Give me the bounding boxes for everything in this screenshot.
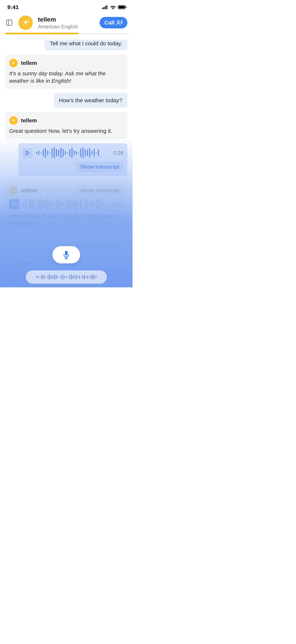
- message-row-user: Tell me what I could do today.: [5, 42, 127, 50]
- show-transcript-button[interactable]: Show transcript: [76, 162, 123, 172]
- bot-name: tellem: [38, 16, 94, 23]
- waveform: [36, 147, 108, 158]
- user-audio-message[interactable]: 0:26 Show transcript: [18, 143, 127, 176]
- header-divider: [0, 38, 133, 38]
- bot-sender-name: tellem: [17, 260, 33, 267]
- user-message[interactable]: Tell me what I could do today.: [45, 40, 127, 50]
- status-icons: [102, 5, 127, 9]
- title-block: tellem American English: [38, 16, 94, 30]
- waveform: [23, 198, 108, 210]
- bot-message-text: Great question! Now, let's try answering…: [9, 127, 123, 135]
- sparkle-icon: [21, 18, 30, 27]
- bot-sender-name: tellem: [21, 60, 37, 66]
- svg-rect-0: [102, 8, 103, 9]
- svg-rect-6: [119, 6, 125, 8]
- svg-rect-1: [103, 7, 104, 9]
- bot-question-text: What did the cashier said about the paym…: [9, 212, 123, 228]
- battery-icon: [118, 5, 127, 9]
- play-icon: [12, 202, 16, 206]
- bot-avatar-small: [5, 259, 14, 268]
- header: tellem American English Call: [0, 13, 133, 33]
- bot-avatar-small: [9, 186, 18, 195]
- message-row-user: How's the weather today?: [5, 93, 127, 108]
- svg-point-4: [112, 8, 113, 9]
- bot-avatar-small: [9, 116, 18, 125]
- play-icon: [25, 150, 30, 155]
- microphone-icon: [63, 250, 70, 259]
- wifi-icon: [110, 5, 116, 9]
- bot-message-header: tellem: [9, 116, 123, 125]
- bot-sender-name: tellem: [21, 117, 37, 124]
- cellular-icon: [102, 5, 108, 9]
- status-time: 9:41: [7, 4, 19, 10]
- sparkle-icon: [11, 118, 16, 123]
- play-button[interactable]: [9, 199, 19, 209]
- call-label: Call: [104, 20, 114, 26]
- panel-icon: [6, 19, 12, 26]
- bot-message-text: It's a sunny day today. Ask me what the …: [9, 70, 123, 85]
- svg-rect-7: [126, 6, 126, 8]
- sparkle-icon: [11, 188, 16, 193]
- sparkle-icon: [11, 60, 16, 66]
- bot-message-header: tellem: [9, 59, 123, 67]
- recording-waveform-pill[interactable]: [26, 270, 107, 284]
- play-button[interactable]: [22, 148, 32, 158]
- status-bar: 9:41: [0, 0, 133, 13]
- progress-bar: [5, 33, 127, 34]
- sparkle-icon: [7, 261, 12, 266]
- progress-fill: [5, 33, 78, 34]
- bot-language: American English: [38, 24, 94, 30]
- audio-duration: 0:32: [113, 201, 123, 207]
- microphone-button[interactable]: [52, 246, 80, 264]
- call-button[interactable]: Call: [100, 17, 127, 28]
- show-transcript-button[interactable]: Show transcript: [76, 185, 123, 196]
- bot-audio-message[interactable]: tellem Show transcript 0:32 What did the…: [5, 181, 127, 232]
- audio-duration: 0:26: [113, 150, 123, 156]
- svg-rect-2: [105, 6, 106, 9]
- bot-message-card[interactable]: tellem Great question! Now, let's try an…: [5, 112, 127, 139]
- user-message[interactable]: How's the weather today?: [54, 93, 127, 108]
- svg-point-10: [117, 21, 119, 23]
- svg-rect-8: [6, 20, 12, 26]
- bot-avatar-small: [9, 59, 18, 67]
- svg-rect-3: [106, 5, 107, 9]
- sidebar-toggle-button[interactable]: [5, 18, 13, 27]
- svg-rect-11: [65, 251, 67, 256]
- person-voice-icon: [116, 20, 123, 26]
- bot-avatar: [18, 16, 33, 30]
- bot-sender-name: tellem: [21, 187, 37, 194]
- bot-message-card[interactable]: tellem It's a sunny day today. Ask me wh…: [5, 55, 127, 89]
